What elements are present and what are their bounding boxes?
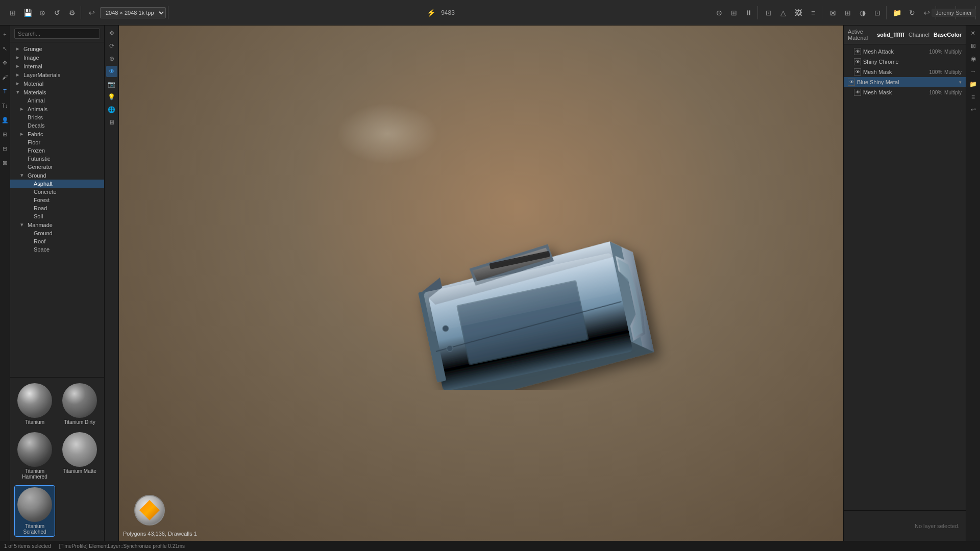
mat-thumb-titanium-dirty[interactable]: Titanium Dirty [59,382,100,427]
layer-item-layer4[interactable]: 👁 Blue Shiny Metal ▾ [844,77,966,87]
tree-item-generator[interactable]: Generator [10,163,104,171]
layer-vis-layer3[interactable]: 👁 [854,68,861,76]
render4-btn[interactable]: ⊡ [871,6,884,19]
rs-layers-icon[interactable]: ≡ [968,91,979,103]
cursor-icon[interactable]: ↖ [1,42,10,55]
tree-item-animals[interactable]: ▸ Animals [10,105,104,113]
tree-item-roof[interactable]: Roof [10,237,104,245]
material-grid: Titanium Titanium Dirty Titanium Hammere… [10,377,104,541]
layer-vis-layer4[interactable]: 👁 [848,79,855,86]
tree-item-manmade[interactable]: ▾ Manmade [10,220,104,229]
add-icon[interactable]: + [1,28,10,41]
rs-arrow-icon[interactable]: → [968,66,979,77]
tree-item-floor[interactable]: Floor [10,138,104,146]
view4-btn[interactable]: ≡ [806,6,820,19]
rs-sun-icon[interactable]: ☀ [968,28,979,39]
tree-item-frozen[interactable]: Frozen [10,146,104,155]
tree-item-material[interactable]: ▸ Material [10,79,104,88]
tool3-btn[interactable]: ⊕ [36,6,49,19]
vp-scale-tool[interactable]: ⊕ [106,53,117,64]
move-icon[interactable]: ✥ [1,56,10,69]
mat-sphere-titanium-scratched [17,487,52,522]
tree-item-fabric[interactable]: ▸ Fabric [10,130,104,138]
tree-arrow-material: ▸ [16,80,21,87]
mat-name-titanium-matte: Titanium Matte [63,468,96,474]
mat-sphere-titanium-dirty [62,383,97,418]
tree-item-bricks[interactable]: Bricks [10,113,104,121]
tree-item-decals[interactable]: Decals [10,121,104,130]
layer-item-layer3[interactable]: 👁 Mesh Mask 100%Multiply [844,67,966,77]
tree-item-image[interactable]: ▸ Image [10,53,104,62]
user-icon[interactable]: 👤 [1,113,10,127]
move-btn[interactable]: ⊙ [713,6,726,19]
tree-item-internal[interactable]: ▸ Internal [10,62,104,70]
tree-item-layermaterials[interactable]: ▸ LayerMaterials [10,70,104,79]
layer-vis-layer2[interactable]: 👁 [854,58,861,65]
tree-item-soil[interactable]: Soil [10,212,104,220]
layer-vis-layer5[interactable]: 👁 [854,89,861,96]
tree-item-asphalt[interactable]: Asphalt [10,180,104,188]
rotate-btn[interactable]: ⊞ [727,6,741,19]
tree-item-space[interactable]: Space [10,245,104,254]
brush-icon[interactable]: 🖌 [1,70,10,84]
tree-item-manmade-ground[interactable]: Ground [10,229,104,237]
layer-item-layer1[interactable]: 👁 Mesh Attack 100%Multiply [844,46,966,57]
pause-btn[interactable]: ⏸ [742,6,755,19]
tree-item-road[interactable]: Road [10,204,104,212]
vp-rotate-tool[interactable]: ⟳ [106,40,117,52]
tree-item-ground[interactable]: ▾ Ground [10,171,104,180]
rs-folder-icon[interactable]: 📁 [968,79,979,90]
settings-btn[interactable]: ⚙ [65,6,79,19]
tree-label-futuristic: Futuristic [28,156,51,162]
search-input[interactable] [14,29,100,39]
vp-render-tool[interactable]: 📷 [106,79,117,90]
layer-item-layer5[interactable]: 👁 Mesh Mask 100%Multiply [844,87,966,97]
view2-btn[interactable]: △ [777,6,790,19]
tree-label-floor: Floor [28,139,40,145]
viewport[interactable]: Polygons 43,136, Drawcalls 1 [119,26,843,541]
render2-btn[interactable]: ⊞ [841,6,854,19]
layer1-btn[interactable]: 📁 [891,6,904,19]
tree-label-manmade: Manmade [28,222,53,228]
render1-btn[interactable]: ⊠ [826,6,840,19]
mat-thumb-titanium-matte[interactable]: Titanium Matte [59,431,100,481]
rs-circle-icon[interactable]: ◉ [968,53,979,64]
tree-item-grunge[interactable]: ▸ Grunge [10,44,104,53]
render3-btn[interactable]: ◑ [856,6,869,19]
tree-item-concrete[interactable]: Concrete [10,188,104,196]
mat-name-titanium-dirty: Titanium Dirty [64,419,95,425]
tree-item-futuristic[interactable]: Futuristic [10,155,104,163]
layer-item-layer2[interactable]: 👁 Shiny Chrome [844,57,966,67]
rs-back-icon[interactable]: ↩ [968,104,979,115]
tool4-btn[interactable]: ↺ [51,6,64,19]
material-icon[interactable]: T [1,85,10,98]
mat-thumb-titanium[interactable]: Titanium [14,382,55,427]
viewport-tools: ✥ ⟳ ⊕ 👁 📷 💡 🌐 🖥 [105,26,119,541]
vp-light-tool[interactable]: 💡 [106,91,117,103]
center-tools: ⚡ 9483 [422,6,457,19]
rs-grid-icon[interactable]: ⊠ [968,40,979,52]
vp-monitor-tool[interactable]: 🖥 [106,117,117,128]
grid3-icon[interactable]: ⊠ [1,156,10,169]
text-icon[interactable]: T↓ [1,99,10,112]
save-btn[interactable]: 💾 [21,6,34,19]
view1-btn[interactable]: ⊡ [762,6,775,19]
resolution-select[interactable]: 2048 × 2048 1k tpp [100,7,166,18]
vp-env-tool[interactable]: 🌐 [106,104,117,115]
undo-btn[interactable]: ↩ [85,6,99,19]
view3-btn[interactable]: 🖼 [792,6,805,19]
mat-thumb-titanium-scratched[interactable]: Titanium Scratched [14,485,55,537]
layer-name-layer4: Blue Shiny Metal [857,79,957,85]
vp-move-tool[interactable]: ✥ [106,28,117,39]
tree-item-materials[interactable]: ▾ Materials [10,88,104,96]
grid2-icon[interactable]: ⊟ [1,142,10,155]
tree-item-forest[interactable]: Forest [10,196,104,204]
grid-btn[interactable]: ⊞ [6,6,19,19]
vp-camera-tool[interactable]: 👁 [106,66,117,77]
layer-vis-layer1[interactable]: 👁 [854,48,861,55]
table-icon[interactable]: ⊞ [1,128,10,141]
mat-thumb-titanium-hammered[interactable]: Titanium Hammered [14,431,55,481]
layer2-btn[interactable]: ↻ [905,6,919,19]
tree-item-animal[interactable]: Animal [10,96,104,105]
main-area: + ↖ ✥ 🖌 T T↓ 👤 ⊞ ⊟ ⊠ ▸ Grunge ▸ Image ▸ … [0,26,980,541]
